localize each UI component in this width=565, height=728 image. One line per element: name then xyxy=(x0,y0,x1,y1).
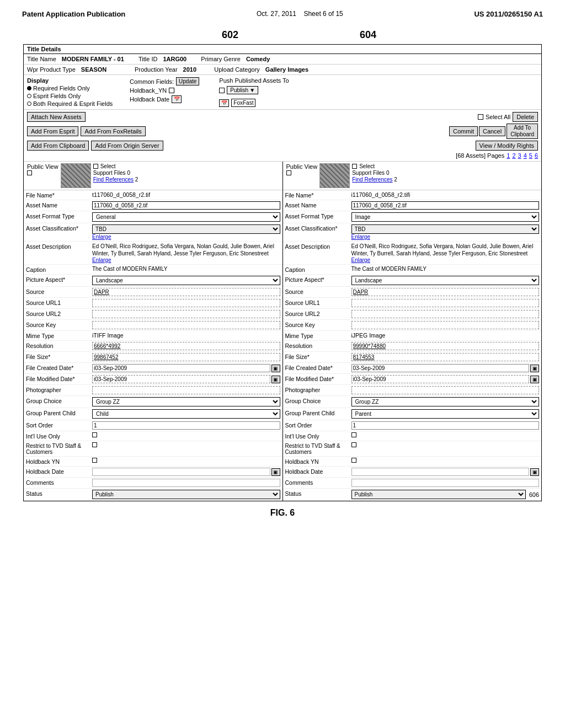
left-asset-desc-row: Asset Description Ed O'Neill, Rico Rodri… xyxy=(24,242,282,265)
right-file-size-input[interactable] xyxy=(351,353,540,361)
left-select-checkbox[interactable] xyxy=(93,164,98,169)
left-holdback-cal[interactable]: ▣ xyxy=(271,468,280,476)
page-4[interactable]: 4 xyxy=(524,152,527,159)
right-sort-order-input[interactable] xyxy=(351,421,540,430)
right-holdback-cal[interactable]: ▣ xyxy=(530,468,539,476)
right-asset-name-input[interactable] xyxy=(351,201,540,210)
left-file-size-input[interactable] xyxy=(92,353,280,361)
left-file-created-input[interactable] xyxy=(92,364,270,372)
left-asset-name-input[interactable] xyxy=(92,201,280,210)
cancel-button[interactable]: Cancel xyxy=(479,126,505,136)
page-3[interactable]: 3 xyxy=(518,152,521,159)
holdback-yn-checkbox[interactable] xyxy=(169,88,174,93)
right-file-modified-input[interactable] xyxy=(351,375,530,383)
add-foxretails-button[interactable]: Add From FoxRetails xyxy=(81,126,145,136)
right-asset-class-select[interactable]: TBD xyxy=(351,224,540,234)
right-group-choice-select[interactable]: Group ZZ xyxy=(351,397,540,406)
left-group-choice-select[interactable]: Group ZZ xyxy=(92,397,280,406)
left-asset-class-label: Asset Classification* xyxy=(26,224,92,232)
publish-button[interactable]: Publish ▼ xyxy=(227,86,258,94)
right-public-view-checkbox[interactable] xyxy=(286,170,291,175)
update-button[interactable]: Update xyxy=(176,77,199,85)
figure-label-604: 604 xyxy=(360,29,376,41)
commit-button[interactable]: Commit xyxy=(449,126,478,136)
left-picture-aspect-select[interactable]: Landscape xyxy=(92,276,280,285)
left-select-label[interactable]: Select xyxy=(93,163,138,169)
right-picture-aspect-select[interactable]: Landscape xyxy=(351,276,540,285)
add-esprit-button[interactable]: Add From Esprit xyxy=(27,126,78,136)
right-holdback-date-input[interactable] xyxy=(351,468,530,476)
left-comments-input[interactable] xyxy=(92,479,280,487)
right-file-created-row: File Created Date* ▣ xyxy=(283,363,542,374)
right-status-select[interactable]: Publish xyxy=(351,490,526,499)
left-file-created-label: File Created Date* xyxy=(26,364,92,371)
right-comments-input[interactable] xyxy=(351,479,540,487)
right-holdback-yn-checkbox[interactable] xyxy=(351,458,356,463)
calendar-icon-2[interactable]: 📅 xyxy=(219,99,229,107)
left-status-select[interactable]: Publish xyxy=(92,490,280,499)
radio-required-fields[interactable]: Required Fields Only xyxy=(27,85,121,92)
right-resolution-input[interactable] xyxy=(351,342,540,350)
delete-button[interactable]: Delete xyxy=(513,112,538,122)
right-source-url2-input[interactable] xyxy=(351,310,540,318)
left-group-parent-select[interactable]: Child xyxy=(92,409,280,419)
left-restrict-checkbox[interactable] xyxy=(92,442,97,447)
right-file-created-cal[interactable]: ▣ xyxy=(530,365,539,372)
left-sort-order-input[interactable] xyxy=(92,421,280,430)
add-to-clipboard-button[interactable]: Add To Clipboard xyxy=(507,124,538,139)
left-source-url2-input[interactable] xyxy=(92,310,280,318)
right-file-created-input[interactable] xyxy=(351,364,530,372)
page-1[interactable]: 1 xyxy=(507,152,510,159)
right-enlarge-link-2[interactable]: Enlarge xyxy=(351,257,540,263)
right-file-modified-cal[interactable]: ▣ xyxy=(530,376,539,383)
wpr-label: Wpr Product Type xyxy=(27,66,76,73)
calendar-icon[interactable]: 📅 xyxy=(172,95,182,103)
right-group-parent-select[interactable]: Parent xyxy=(351,409,540,419)
right-intl-use-checkbox[interactable] xyxy=(351,432,356,437)
page-6[interactable]: 6 xyxy=(535,152,538,159)
radio-both-fields[interactable]: Both Required & Esprit Fields xyxy=(27,100,121,107)
left-source-url1-input[interactable] xyxy=(92,299,280,307)
right-photographer-input[interactable] xyxy=(351,386,540,394)
right-select-label[interactable]: Select xyxy=(352,163,397,169)
left-file-modified-input[interactable] xyxy=(92,375,270,383)
publish-checkbox[interactable] xyxy=(219,88,225,93)
left-enlarge-link-2[interactable]: Enlarge xyxy=(92,257,280,263)
left-holdback-date-input[interactable] xyxy=(92,468,270,476)
left-resolution-input[interactable] xyxy=(92,342,280,350)
add-origin-button[interactable]: Add From Origin Server xyxy=(91,141,163,151)
right-asset-format-row: Asset Format Type Image xyxy=(283,211,542,223)
left-asset-class-select[interactable]: TBD xyxy=(92,224,280,234)
left-source-key-input[interactable] xyxy=(92,321,280,329)
left-asset-format-select[interactable]: General xyxy=(92,212,280,222)
left-file-created-cal[interactable]: ▣ xyxy=(271,365,280,372)
left-holdback-yn-checkbox[interactable] xyxy=(92,458,97,463)
left-file-modified-cal[interactable]: ▣ xyxy=(271,376,280,383)
add-clipboard-button[interactable]: Add From Clipboard xyxy=(27,141,89,151)
view-modify-button[interactable]: View / Modify Rights xyxy=(476,141,538,151)
right-asset-format-select[interactable]: Image xyxy=(351,212,540,222)
left-find-references[interactable]: Find References 2 xyxy=(93,176,138,183)
right-source-input[interactable] xyxy=(351,288,540,296)
select-all-checkbox[interactable] xyxy=(478,114,483,120)
right-source-key-input[interactable] xyxy=(351,321,540,329)
right-select-checkbox[interactable] xyxy=(352,164,357,169)
left-picture-aspect-label: Picture Aspect* xyxy=(26,276,92,283)
left-enlarge-link-1[interactable]: Enlarge xyxy=(92,234,280,240)
left-public-view-checkbox[interactable] xyxy=(27,170,32,175)
right-intl-use-label: Int'l Use Only xyxy=(285,432,351,440)
right-find-references[interactable]: Find References 2 xyxy=(352,176,397,183)
page-5[interactable]: 5 xyxy=(529,152,532,159)
right-source-url1-input[interactable] xyxy=(351,299,540,307)
left-asset-format-label: Asset Format Type xyxy=(26,212,92,220)
radio-esprit-fields[interactable]: Esprit Fields Only xyxy=(27,93,121,99)
left-photographer-input[interactable] xyxy=(92,386,280,394)
right-source-url1-label: Source URL1 xyxy=(285,299,351,306)
left-source-key-label: Source Key xyxy=(26,321,92,328)
right-restrict-checkbox[interactable] xyxy=(351,442,356,447)
attach-new-assets-button[interactable]: Attach New Assets xyxy=(27,112,86,122)
left-intl-use-checkbox[interactable] xyxy=(92,432,97,437)
page-2[interactable]: 2 xyxy=(512,152,515,159)
left-source-input[interactable] xyxy=(92,288,280,296)
right-enlarge-link-1[interactable]: Enlarge xyxy=(351,234,540,240)
